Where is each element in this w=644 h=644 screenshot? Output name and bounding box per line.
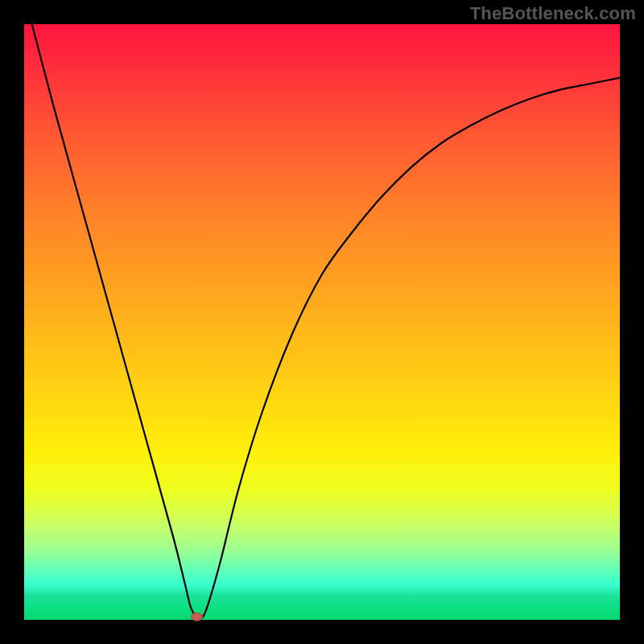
chart-frame: TheBottleneck.com bbox=[0, 0, 644, 644]
plot-area bbox=[24, 24, 620, 620]
watermark-text: TheBottleneck.com bbox=[470, 3, 636, 24]
marker-dot bbox=[192, 613, 203, 621]
bottleneck-curve bbox=[24, 0, 620, 618]
curve-svg bbox=[24, 24, 620, 620]
